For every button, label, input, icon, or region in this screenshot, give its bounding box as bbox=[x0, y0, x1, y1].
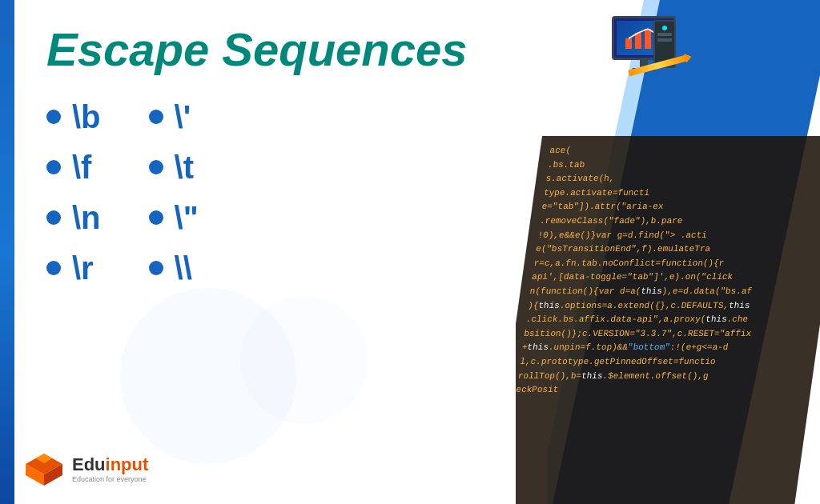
code-line: s.activate(h, bbox=[545, 172, 820, 186]
logo-text-container: Edu input Education for everyone bbox=[72, 456, 148, 483]
code-line: .removeClass("fade"),b.pare bbox=[539, 214, 820, 229]
items-grid: \b \f \n \r \' bbox=[46, 99, 527, 294]
code-line: type.activate=functi bbox=[543, 186, 820, 201]
svg-rect-2 bbox=[645, 29, 651, 49]
logo-tagline: Education for everyone bbox=[72, 475, 148, 483]
tower-light bbox=[662, 26, 667, 30]
code-line: n(function(){var d=a(this),e=d.data("bs.… bbox=[529, 285, 815, 299]
bullet-item-dq: \" bbox=[149, 200, 199, 236]
code-line: !0),e&&e()}var g=d.find("> .acti bbox=[537, 229, 820, 243]
bullet-dot bbox=[149, 110, 163, 124]
bullet-item-bs: \\ bbox=[149, 250, 199, 286]
bullet-dot bbox=[46, 210, 61, 225]
computer-icon-area bbox=[612, 16, 708, 96]
logo-icon bbox=[24, 450, 64, 490]
code-line: e("bsTransitionEnd",f).emulateTra bbox=[535, 242, 820, 257]
escape-sequence-dq: \" bbox=[175, 200, 199, 236]
bullet-dot bbox=[149, 160, 163, 174]
logo-edu-text: Edu bbox=[72, 456, 106, 474]
escape-sequence-bs: \\ bbox=[175, 250, 192, 286]
code-line: e="tab"]).attr("aria-ex bbox=[541, 200, 820, 214]
bullet-dot bbox=[46, 110, 61, 124]
escape-sequence-n: \n bbox=[72, 200, 101, 236]
bullet-item-n: \n bbox=[46, 200, 101, 236]
code-line: l,c.prototype.getPinnedOffset=functio bbox=[519, 355, 806, 370]
bullet-dot bbox=[149, 210, 163, 225]
code-line: eckPosit bbox=[516, 383, 802, 398]
bullet-item-b: \b bbox=[46, 99, 101, 135]
left-sidebar bbox=[0, 0, 14, 504]
code-line: r=c,a.fn.tab.noConflict=function(){r bbox=[533, 257, 819, 271]
bullet-dot bbox=[46, 160, 61, 174]
svg-rect-0 bbox=[625, 38, 632, 49]
code-line: bsition()};c.VERSION="3.3.7",c.RESET="af… bbox=[523, 327, 810, 342]
escape-sequence-t: \t bbox=[175, 150, 194, 186]
code-line: ace( bbox=[549, 144, 820, 158]
code-line: api',[data-toggle="tab"]',e).on("click bbox=[531, 270, 818, 285]
bullet-item-sq: \' bbox=[149, 99, 199, 135]
bullet-dot bbox=[149, 261, 163, 275]
bullet-item-t: \t bbox=[149, 150, 199, 186]
bullet-item-f: \f bbox=[46, 150, 101, 186]
column1: \b \f \n \r bbox=[46, 99, 101, 294]
logo-area: Edu input Education for everyone bbox=[24, 450, 148, 490]
code-line: .bs.tab bbox=[547, 158, 820, 173]
bullet-item-r: \r bbox=[46, 250, 101, 286]
code-line: rollTop(),b=this.$element.offset(),g bbox=[517, 370, 804, 384]
escape-sequence-f: \f bbox=[72, 150, 91, 186]
bullet-dot bbox=[46, 261, 61, 275]
escape-sequence-sq: \' bbox=[175, 99, 191, 135]
code-overlay: ace( .bs.tab s.activate(h, type.activate… bbox=[516, 136, 820, 504]
main-container: ace( .bs.tab s.activate(h, type.activate… bbox=[0, 0, 820, 504]
pencil-tip bbox=[684, 52, 693, 63]
logo-input-text: input bbox=[106, 456, 149, 474]
code-line: .click.bs.affix.data-api",a.proxy(this.c… bbox=[525, 313, 811, 327]
page-title: Escape Sequences bbox=[46, 24, 527, 75]
escape-sequence-r: \r bbox=[72, 250, 94, 286]
escape-sequence-b: \b bbox=[72, 99, 101, 135]
tower-disk bbox=[657, 33, 672, 36]
column2: \' \t \" \\ bbox=[149, 99, 199, 294]
code-line: +this.unpin=f.top)&&"bottom":!(e+g<=a-d bbox=[521, 341, 808, 355]
code-line: ){this.options=a.extend({},c.DEFAULTS,th… bbox=[527, 299, 814, 314]
svg-rect-1 bbox=[635, 33, 641, 49]
code-block: ace( .bs.tab s.activate(h, type.activate… bbox=[516, 136, 820, 504]
tower-disk bbox=[657, 38, 672, 42]
content-area: Escape Sequences \b \f \n \r bbox=[14, 0, 559, 504]
